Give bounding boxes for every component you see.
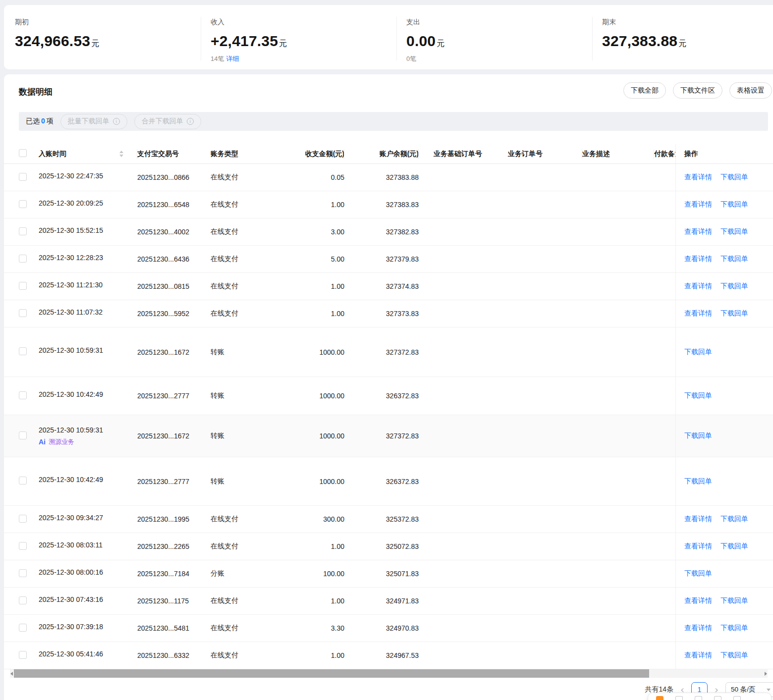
row-operations: 下载回单: [675, 457, 773, 505]
row-type: 转账: [211, 477, 278, 486]
row-type: 分账: [211, 569, 278, 578]
view-details-link[interactable]: 查看详情: [684, 542, 712, 551]
widget-orange-icon[interactable]: [656, 696, 663, 700]
row-checkbox[interactable]: [19, 309, 27, 317]
row-checkbox[interactable]: [19, 431, 27, 439]
download-receipt-link[interactable]: 下载回单: [720, 542, 748, 551]
row-amount: 1.00: [278, 310, 344, 318]
download-receipt-link[interactable]: 下载回单: [684, 431, 712, 440]
scroll-right-arrow-icon[interactable]: [764, 669, 768, 678]
select-all-checkbox[interactable]: [19, 149, 27, 157]
row-checkbox[interactable]: [19, 347, 27, 355]
scrollbar-thumb[interactable]: [14, 669, 649, 678]
view-details-link[interactable]: 查看详情: [684, 624, 712, 633]
table-row[interactable]: 2025-12-30 10:42:49 20251230...2777 转账 1…: [4, 457, 773, 506]
row-checkbox[interactable]: [19, 477, 27, 485]
view-details-link[interactable]: 查看详情: [684, 227, 712, 236]
table-row[interactable]: 2025-12-30 12:28:23 20251230...6436 在线支付…: [4, 246, 773, 273]
download-receipt-link[interactable]: 下载回单: [720, 515, 748, 524]
download-all-button[interactable]: 下载全部: [623, 82, 666, 99]
widget-icon[interactable]: [733, 696, 741, 700]
merge-download-button[interactable]: 合并下载回单i: [134, 114, 201, 129]
table-row[interactable]: 2025-12-30 08:00:16 20251230...7184 分账 1…: [4, 560, 773, 588]
table-row[interactable]: 2025-12-30 10:42:49 20251230...2777 转账 1…: [4, 377, 773, 415]
row-checkbox[interactable]: [19, 255, 27, 263]
download-receipt-link[interactable]: 下载回单: [720, 255, 748, 264]
row-checkbox[interactable]: [19, 200, 27, 208]
row-checkbox[interactable]: [19, 569, 27, 577]
row-checkbox[interactable]: [19, 624, 27, 632]
widget-icon[interactable]: [675, 696, 683, 700]
summary-expense-count: 0笔: [406, 54, 444, 63]
row-amount: 5.00: [278, 255, 344, 263]
row-checkbox[interactable]: [19, 596, 27, 604]
batch-download-button[interactable]: 批量下载回单i: [60, 114, 127, 129]
view-details-link[interactable]: 查看详情: [684, 651, 712, 660]
row-checkbox[interactable]: [19, 515, 27, 523]
trace-business-tag[interactable]: Ai 溯源业务: [39, 437, 103, 446]
unit-label: 元: [678, 39, 686, 48]
table-row[interactable]: 2025-12-30 07:39:18 20251230...5481 在线支付…: [4, 615, 773, 642]
table-row[interactable]: 2025-12-30 15:52:15 20251230...4002 在线支付…: [4, 218, 773, 246]
table-row[interactable]: 2025-12-30 05:41:46 20251230...6332 在线支付…: [4, 642, 773, 669]
view-details-link[interactable]: 查看详情: [684, 173, 712, 182]
row-operations: 下载回单: [675, 415, 773, 457]
summary-expense: 支出 0.00元 0笔: [406, 18, 444, 63]
view-details-link[interactable]: 查看详情: [684, 200, 712, 209]
table-row[interactable]: 2025-12-30 22:47:35 20251230...0866 在线支付…: [4, 164, 773, 191]
row-checkbox[interactable]: [19, 173, 27, 181]
view-details-link[interactable]: 查看详情: [684, 515, 712, 524]
sort-icon[interactable]: [119, 151, 123, 157]
download-receipt-link[interactable]: 下载回单: [720, 227, 748, 236]
table-row[interactable]: 2025-12-30 07:43:16 20251230...1175 在线支付…: [4, 588, 773, 615]
table-row[interactable]: 2025-12-30 09:34:27 20251230...1995 在线支付…: [4, 506, 773, 533]
widget-icon[interactable]: [695, 696, 702, 700]
table-row[interactable]: 2025-12-30 11:21:30 20251230...0815 在线支付…: [4, 273, 773, 300]
table-row[interactable]: 2025-12-30 20:09:25 20251230...6548 在线支付…: [4, 191, 773, 218]
view-details-link[interactable]: 查看详情: [684, 309, 712, 318]
row-operations: 下载回单: [675, 560, 773, 587]
row-txn-id: 20251230...4002: [137, 228, 211, 236]
row-amount: 1000.00: [278, 348, 344, 356]
widget-icon[interactable]: [714, 696, 721, 700]
floating-widget[interactable]: [648, 693, 772, 700]
table-row[interactable]: 2025-12-30 11:07:32 20251230...5952 在线支付…: [4, 300, 773, 327]
row-checkbox[interactable]: [19, 391, 27, 399]
table-row[interactable]: 2025-12-30 08:03:11 20251230...2265 在线支付…: [4, 533, 773, 560]
download-receipt-link[interactable]: 下载回单: [720, 173, 748, 182]
summary-income-label: 收入: [211, 18, 287, 27]
download-receipt-link[interactable]: 下载回单: [684, 391, 712, 400]
row-checkbox[interactable]: [19, 651, 27, 659]
row-time: 2025-12-30 20:09:25: [39, 199, 103, 207]
download-receipt-link[interactable]: 下载回单: [684, 569, 712, 578]
download-receipt-link[interactable]: 下载回单: [720, 200, 748, 209]
summary-divider: [592, 17, 593, 60]
row-checkbox[interactable]: [19, 542, 27, 550]
download-receipt-link[interactable]: 下载回单: [720, 596, 748, 605]
table-row[interactable]: 2025-12-30 10:59:31 Ai 溯源业务 20251230...1…: [4, 415, 773, 457]
horizontal-scrollbar[interactable]: [10, 669, 768, 678]
download-receipt-link[interactable]: 下载回单: [720, 282, 748, 291]
summary-closing-value: 327,383.88元: [602, 33, 686, 50]
download-receipt-link[interactable]: 下载回单: [684, 348, 712, 357]
row-type: 在线支付: [211, 596, 278, 605]
download-receipt-link[interactable]: 下载回单: [720, 651, 748, 660]
view-details-link[interactable]: 查看详情: [684, 596, 712, 605]
row-amount: 1.00: [278, 651, 344, 659]
download-receipt-link[interactable]: 下载回单: [684, 477, 712, 486]
scroll-left-arrow-icon[interactable]: [9, 669, 14, 678]
view-details-link[interactable]: 查看详情: [684, 282, 712, 291]
view-details-link[interactable]: 查看详情: [684, 255, 712, 264]
row-checkbox[interactable]: [19, 282, 27, 290]
income-detail-link[interactable]: 详细: [226, 55, 239, 62]
download-receipt-link[interactable]: 下载回单: [720, 309, 748, 318]
row-time: 2025-12-30 07:43:16: [39, 595, 103, 603]
row-txn-id: 20251230...0815: [137, 282, 211, 290]
row-type: 在线支付: [211, 624, 278, 633]
table-row[interactable]: 2025-12-30 10:59:31 20251230...1672 转账 1…: [4, 327, 773, 377]
row-checkbox-cell: [19, 624, 39, 633]
download-receipt-link[interactable]: 下载回单: [720, 624, 748, 633]
download-file-area-button[interactable]: 下载文件区: [673, 82, 722, 99]
table-settings-button[interactable]: 表格设置: [729, 82, 772, 99]
row-checkbox[interactable]: [19, 227, 27, 235]
